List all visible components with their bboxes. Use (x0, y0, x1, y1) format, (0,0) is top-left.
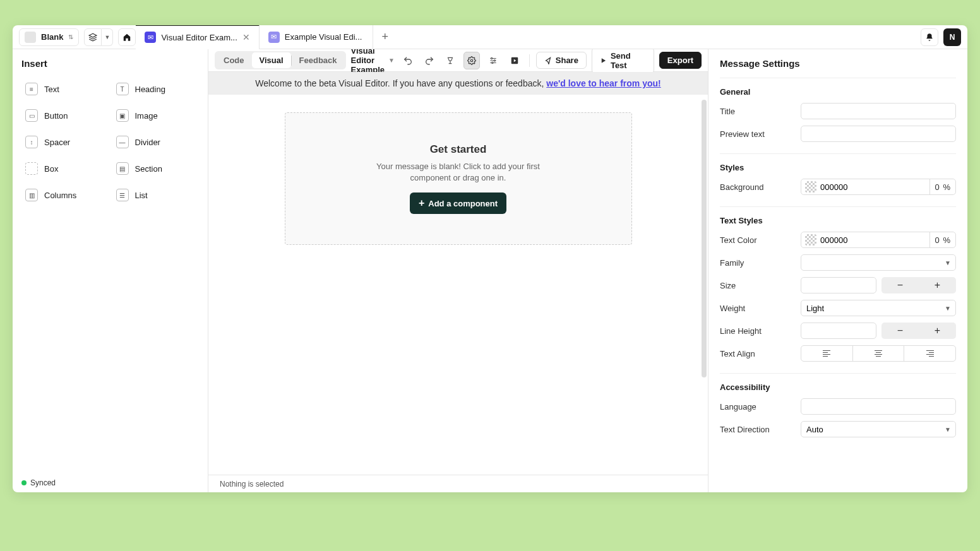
text-direction-select[interactable] (801, 421, 956, 437)
mail-icon: ✉ (145, 32, 156, 43)
panel-title: Insert (21, 58, 199, 69)
insert-list[interactable]: ☰List (112, 184, 200, 206)
divider-icon: — (116, 136, 129, 148)
lh-increment[interactable]: + (919, 323, 956, 339)
chevron-down-icon: ▼ (388, 57, 395, 64)
svg-marker-0 (90, 33, 97, 37)
selection-status: Nothing is selected (208, 475, 708, 492)
insert-section[interactable]: ▤Section (112, 157, 200, 180)
project-name: Blank (41, 32, 63, 42)
sync-status: Synced (21, 473, 199, 487)
text-color-field[interactable]: 0 % (801, 232, 956, 248)
size-decrement[interactable]: − (881, 277, 919, 293)
insert-text[interactable]: ≡Text (21, 78, 109, 100)
plus-icon: + (419, 198, 424, 209)
align-right[interactable] (904, 346, 955, 361)
close-icon[interactable]: ✕ (242, 32, 250, 42)
export-button[interactable]: Export (659, 52, 702, 69)
tab-strip: ✉ Visual Editor Exam... ✕ ✉ Example Visu… (136, 25, 916, 49)
insert-spacer[interactable]: ↕Spacer (21, 131, 109, 153)
insert-divider[interactable]: —Divider (112, 131, 200, 153)
settings-button[interactable] (463, 52, 480, 69)
tab-visual-editor-example[interactable]: ✉ Visual Editor Exam... ✕ (136, 25, 259, 49)
size-increment[interactable]: + (919, 277, 956, 293)
box-icon (25, 162, 38, 175)
font-size-input[interactable] (801, 277, 876, 293)
redo-button[interactable] (421, 52, 438, 69)
titlebar: Blank ⇅ ▼ ✉ Visual Editor Exam... ✕ ✉ Ex… (13, 25, 967, 49)
layers-dropdown[interactable]: ▼ (102, 28, 113, 46)
document-title[interactable]: Visual Editor Example ▼ (351, 49, 395, 74)
preview-text-input[interactable] (801, 126, 956, 142)
feedback-link[interactable]: we'd love to hear from you! (546, 78, 660, 88)
status-dot-icon (21, 480, 27, 485)
home-button[interactable] (118, 28, 136, 46)
lamp-button[interactable] (443, 52, 459, 69)
mode-visual[interactable]: Visual (252, 52, 291, 68)
svg-point-7 (492, 62, 493, 63)
preview-button[interactable] (506, 52, 523, 69)
list-icon: ☰ (116, 189, 129, 201)
font-weight-select[interactable] (801, 300, 956, 316)
columns-icon: ▥ (25, 189, 38, 201)
insert-grid: ≡Text THeading ▭Button ▣Image ↕Spacer —D… (21, 78, 199, 206)
avatar[interactable]: N (943, 28, 961, 46)
line-height-input[interactable] (801, 323, 876, 339)
sort-icon: ⇅ (68, 33, 73, 40)
new-tab-button[interactable]: + (373, 25, 397, 49)
align-center[interactable] (853, 346, 905, 361)
title-input[interactable] (801, 103, 956, 119)
text-align-group (801, 345, 956, 362)
section-icon: ▤ (116, 162, 129, 175)
insert-columns[interactable]: ▥Columns (21, 184, 109, 206)
align-left[interactable] (801, 346, 853, 361)
mode-code[interactable]: Code (216, 52, 252, 68)
send-test-button[interactable]: Send Test (592, 49, 654, 74)
main: Insert ≡Text THeading ▭Button ▣Image ↕Sp… (13, 49, 967, 492)
image-icon: ▣ (116, 109, 129, 122)
insert-panel: Insert ≡Text THeading ▭Button ▣Image ↕Sp… (13, 49, 208, 492)
background-color-field[interactable]: 0 % (801, 179, 956, 195)
layers-button[interactable] (84, 28, 102, 46)
svg-marker-10 (602, 58, 606, 62)
font-family-select[interactable] (801, 254, 956, 271)
project-icon (25, 32, 36, 43)
settings-panel: Message Settings General Title Preview t… (708, 49, 967, 492)
background-hex-input[interactable] (820, 182, 929, 192)
insert-button[interactable]: ▭Button (21, 104, 109, 127)
insert-heading[interactable]: THeading (112, 78, 200, 100)
swatch-icon (805, 181, 816, 193)
section-accessibility: Accessibility Language Text Direction ▼ (720, 373, 956, 449)
notifications-button[interactable] (921, 28, 938, 46)
layers-control: ▼ (84, 28, 113, 46)
language-input[interactable] (801, 398, 956, 415)
editor-toolbar: Code Visual Feedback Visual Editor Examp… (208, 49, 708, 72)
tab-example-visual-editor[interactable]: ✉ Example Visual Edi... (260, 25, 373, 49)
chevron-down-icon: ▼ (104, 34, 110, 40)
undo-button[interactable] (400, 52, 416, 69)
beta-banner: Welcome to the beta Visual Editor. If yo… (208, 72, 708, 95)
project-switcher[interactable]: Blank ⇅ (19, 28, 79, 46)
add-component-button[interactable]: + Add a component (410, 193, 506, 214)
text-icon: ≡ (25, 83, 38, 95)
svg-point-1 (471, 59, 474, 62)
sliders-button[interactable] (485, 52, 501, 69)
insert-box[interactable]: Box (21, 157, 109, 180)
text-color-hex-input[interactable] (820, 235, 929, 245)
button-icon: ▭ (25, 109, 38, 122)
spacer-icon: ↕ (25, 136, 38, 148)
svg-point-6 (494, 59, 495, 61)
scrollbar[interactable] (702, 100, 707, 377)
share-button[interactable]: Share (536, 52, 587, 69)
settings-title: Message Settings (720, 58, 956, 69)
canvas[interactable]: Get started Your message is blank! Click… (208, 95, 708, 475)
insert-image[interactable]: ▣Image (112, 104, 200, 127)
tab-label: Example Visual Edi... (285, 32, 364, 42)
dropzone-title: Get started (430, 143, 487, 156)
titlebar-right: N (921, 28, 961, 46)
section-text-styles: Text Styles Text Color 0 % Family ▼ (720, 206, 956, 373)
lh-decrement[interactable]: − (881, 323, 919, 339)
mode-feedback[interactable]: Feedback (292, 52, 345, 68)
empty-dropzone[interactable]: Get started Your message is blank! Click… (285, 112, 632, 245)
swatch-icon (805, 234, 816, 246)
